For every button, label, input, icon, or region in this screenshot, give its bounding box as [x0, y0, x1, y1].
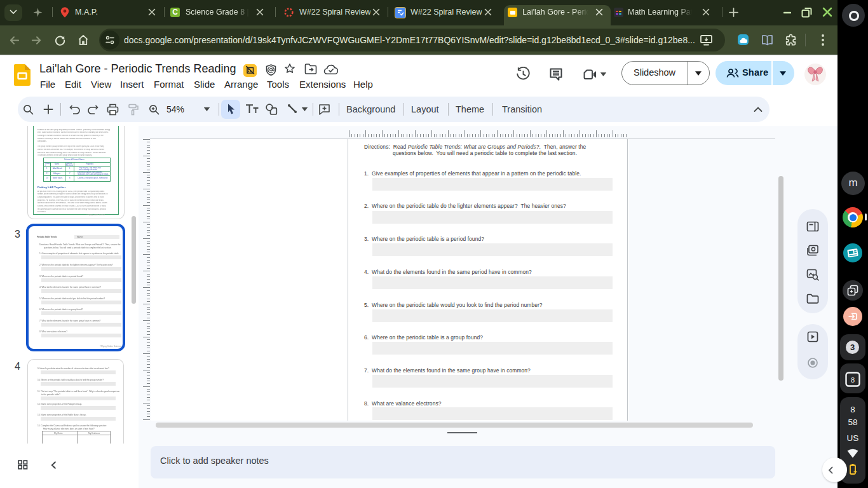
svg-text:8: 8	[851, 376, 855, 384]
